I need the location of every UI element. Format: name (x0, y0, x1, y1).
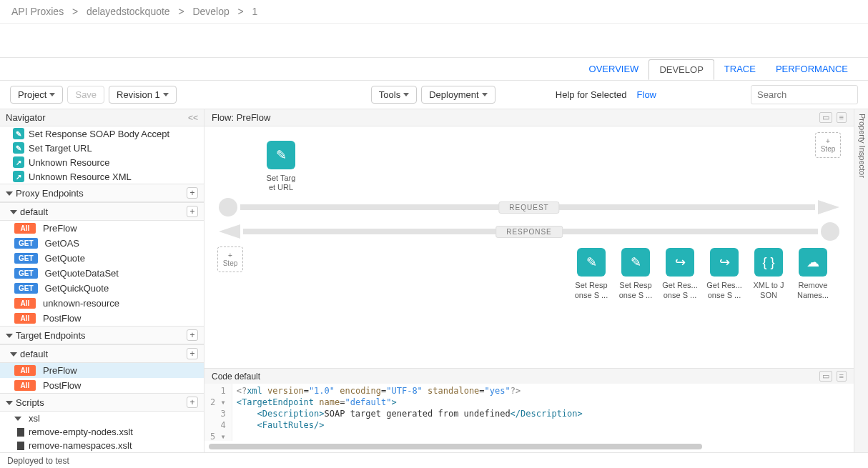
add-flow-button[interactable]: + (187, 206, 198, 217)
script-file-item[interactable]: remove-empty-nodes.xslt (0, 425, 204, 439)
chevron-down-icon (49, 93, 55, 96)
caret-down-icon (14, 417, 21, 421)
script-file-item[interactable]: remove-namespaces.xslt (0, 439, 204, 452)
code-editor[interactable]: 12 ▾345 ▾ <?xml version="1.0" encoding="… (204, 384, 854, 441)
horizontal-scrollbar[interactable] (209, 444, 702, 449)
response-bar: RESPONSE (219, 222, 839, 241)
step-label: Set Response S ... (619, 281, 652, 299)
tab-overview[interactable]: OVERVIEW (579, 59, 649, 79)
chevron-down-icon (403, 93, 409, 96)
code-line[interactable] (237, 431, 849, 441)
caret-down-icon (6, 334, 13, 338)
deployment-button[interactable]: Deployment (421, 86, 495, 104)
add-response-step-button[interactable]: +Step (217, 247, 243, 272)
pencil-icon: ✎ (577, 248, 606, 277)
target-default-header[interactable]: default + (0, 344, 204, 363)
policy-item[interactable]: ✎Set Response SOAP Body Accept (0, 126, 204, 141)
policy-step[interactable]: ☁RemoveNames... (794, 248, 832, 299)
tools-button[interactable]: Tools (371, 86, 417, 104)
breadcrumb-item: 1 (252, 6, 258, 17)
proxy-flow-item[interactable]: GETGetOAS (0, 236, 204, 251)
pencil-icon: ✎ (267, 141, 295, 169)
step-label: Set Response S ... (575, 281, 608, 299)
flow-label: GetOAS (45, 238, 79, 249)
chevron-down-icon (163, 93, 169, 96)
caret-down-icon (6, 401, 13, 405)
policy-step[interactable]: ✎Set Response S ... (572, 248, 611, 299)
method-badge: GET (14, 238, 38, 249)
code-header-label: Code default (212, 372, 260, 382)
proxy-default-header[interactable]: default + (0, 202, 204, 221)
tab-performance[interactable]: PERFORMANCE (766, 59, 858, 79)
caret-down-icon (10, 352, 17, 357)
method-badge: GET (14, 253, 38, 264)
add-target-flow-button[interactable]: + (187, 348, 198, 359)
step-label: Get Res...onse S ... (662, 281, 698, 299)
revision-button[interactable]: Revision 1 (109, 86, 177, 104)
add-request-step-button[interactable]: +Step (815, 132, 841, 158)
braces-icon: { } (754, 248, 783, 277)
project-button[interactable]: Project (10, 86, 63, 104)
flow-help-link[interactable]: Flow (637, 89, 656, 100)
file-icon (17, 442, 24, 450)
add-proxy-endpoint-button[interactable]: + (187, 187, 198, 199)
proxy-endpoints-header[interactable]: Proxy Endpoints + (0, 184, 204, 202)
flow-canvas[interactable]: +Step ✎Set Target URL REQUEST RESPONSE +… (204, 126, 854, 368)
target-flow-item[interactable]: AllPreFlow (0, 363, 204, 378)
caret-down-icon (10, 210, 17, 214)
page-tabs: OVERVIEW DEVELOP TRACE PERFORMANCE (0, 58, 868, 81)
view-split-icon[interactable]: ▭ (819, 112, 832, 123)
code-line[interactable]: <?xml version="1.0" encoding="UTF-8" sta… (237, 385, 849, 397)
file-icon (17, 428, 24, 437)
chevron-left-icon[interactable]: << (188, 113, 198, 123)
property-inspector-tab[interactable]: Property Inspector (854, 109, 868, 452)
proxy-flow-item[interactable]: GETGetQuickQuote (0, 281, 204, 296)
step-label: Get Res...onse S ... (706, 281, 742, 299)
script-label: remove-empty-nodes.xslt (29, 427, 133, 437)
proxy-flow-item[interactable]: Allunknown-resource (0, 296, 204, 311)
policy-step[interactable]: ✎Set Target URL (262, 141, 300, 192)
policy-step[interactable]: ✎Set Response S ... (616, 248, 655, 299)
breadcrumb-item[interactable]: Develop (192, 6, 229, 17)
method-badge: All (14, 365, 36, 376)
code-line[interactable]: <FaultRules/> (237, 419, 849, 431)
search-input[interactable] (751, 85, 858, 104)
cloud-icon: ☁ (799, 248, 827, 277)
tab-trace[interactable]: TRACE (714, 59, 766, 79)
target-flow-item[interactable]: AllPostFlow (0, 378, 204, 393)
proxy-flow-item[interactable]: AllPreFlow (0, 221, 204, 236)
method-badge: All (14, 298, 36, 309)
method-badge: All (14, 380, 36, 391)
policy-item[interactable]: ↗Unknown Resource XML (0, 169, 204, 184)
policy-item[interactable]: ✎Set Target URL (0, 141, 204, 155)
code-line[interactable]: <TargetEndpoint name="default"> (237, 397, 849, 408)
proxy-flow-item[interactable]: GETGetQuoteDataSet (0, 266, 204, 281)
proxy-flow-item[interactable]: GETGetQuote (0, 251, 204, 266)
script-group-xsl[interactable]: xsl (0, 412, 204, 425)
policy-step[interactable]: ↪Get Res...onse S ... (661, 248, 699, 299)
line-number: 2 ▾ (210, 397, 226, 408)
target-endpoints-header[interactable]: Target Endpoints + (0, 326, 204, 344)
add-target-endpoint-button[interactable]: + (187, 329, 198, 341)
step-label: RemoveNames... (797, 281, 829, 299)
policy-item[interactable]: ↗Unknown Resource (0, 155, 204, 169)
share-icon: ↪ (666, 248, 694, 277)
code-max-icon[interactable]: ≡ (837, 371, 847, 382)
code-panel: Code default ▭ ≡ 12 ▾345 ▾ <?xml version… (204, 368, 854, 452)
scripts-header[interactable]: Scripts + (0, 393, 204, 412)
flow-label: GetQuote (45, 253, 85, 264)
policy-step[interactable]: ↪Get Res...onse S ... (705, 248, 744, 299)
policy-step[interactable]: { }XML to JSON (749, 248, 788, 299)
breadcrumb-item[interactable]: delayedstockquote (87, 6, 170, 17)
pencil-icon: ✎ (13, 128, 24, 139)
policy-label: Set Response SOAP Body Accept (29, 129, 169, 139)
code-split-icon[interactable]: ▭ (819, 371, 832, 382)
breadcrumb-item[interactable]: API Proxies (11, 6, 64, 17)
add-script-button[interactable]: + (187, 397, 198, 408)
proxy-flow-item[interactable]: AllPostFlow (0, 311, 204, 326)
view-max-icon[interactable]: ≡ (837, 112, 847, 123)
flow-panel: Flow: PreFlow ▭ ≡ +Step ✎Set Target URL … (204, 109, 854, 452)
toolbar: Project Save Revision 1 Tools Deployment… (0, 81, 868, 109)
tab-develop[interactable]: DEVELOP (648, 59, 714, 80)
code-line[interactable]: <Description>SOAP target generated from … (237, 408, 849, 419)
